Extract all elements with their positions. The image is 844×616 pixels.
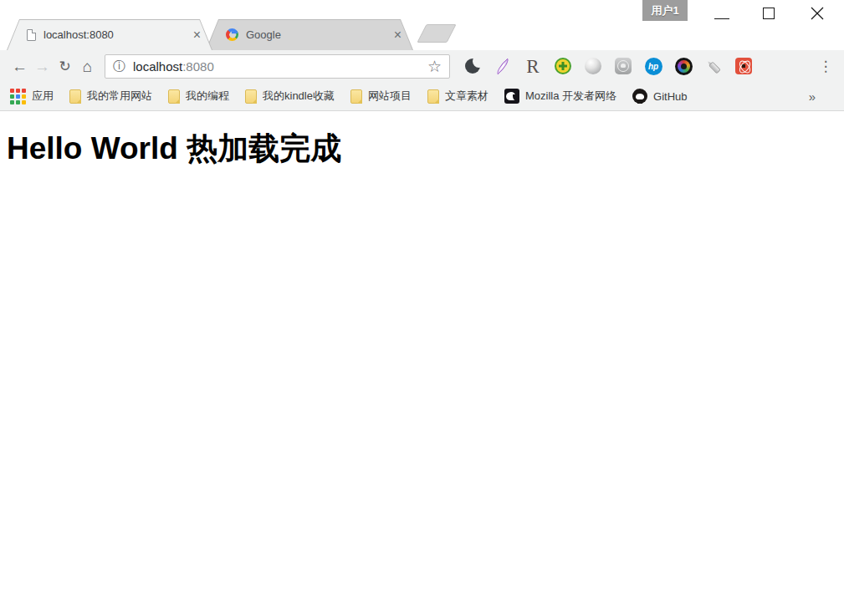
- tab-title: Google: [246, 28, 386, 41]
- silver-sphere-icon: [585, 58, 601, 74]
- green-cross-ring-icon: [555, 58, 571, 74]
- bookmark-label: 我的常用网站: [87, 89, 152, 104]
- titlebar: localhost:8080 × Google × 用户1: [0, 0, 844, 50]
- bookmark-folder-coding[interactable]: 我的编程: [168, 89, 229, 104]
- purple-feather-icon: [494, 58, 511, 74]
- url-host: localhost: [133, 59, 182, 74]
- apps-label: 应用: [32, 89, 54, 104]
- bookmark-github[interactable]: GitHub: [632, 89, 687, 104]
- address-bar[interactable]: ⓘ localhost:8080 ☆: [105, 54, 450, 79]
- hp-logo-icon: hp: [645, 58, 662, 75]
- hp-extension-button[interactable]: hp: [644, 57, 662, 75]
- bookmark-folder-favorites[interactable]: 我的常用网站: [69, 89, 152, 104]
- close-tab-icon[interactable]: ×: [394, 29, 402, 41]
- browser-menu-icon[interactable]: ⋮: [816, 58, 836, 75]
- google-g-icon: [223, 26, 241, 43]
- navigation-toolbar: ← → ↻ ⌂ ⓘ localhost:8080 ☆ R hp: [0, 50, 844, 82]
- green-cross-extension-button[interactable]: [554, 57, 572, 75]
- highlighter-extension-button[interactable]: [704, 57, 723, 75]
- feather-extension-button[interactable]: [494, 57, 512, 75]
- gray-badge-extension-button[interactable]: [614, 57, 632, 75]
- url-text: localhost:8080: [133, 59, 214, 74]
- close-window-button[interactable]: [811, 7, 824, 20]
- apps-shortcut[interactable]: 应用: [10, 89, 54, 104]
- page-content: Hello World 热加载完成: [0, 111, 844, 587]
- new-tab-button[interactable]: [417, 24, 456, 43]
- forward-icon[interactable]: →: [31, 59, 54, 74]
- gray-badge-icon: [615, 58, 632, 74]
- page-info-icon[interactable]: ⓘ: [113, 59, 125, 74]
- dark-moon-icon: [465, 59, 480, 74]
- red-atom-icon: [735, 58, 752, 74]
- highlighter-icon: [706, 59, 721, 74]
- mdn-dino-icon: [504, 89, 519, 104]
- bookmark-label: 文章素材: [445, 89, 488, 104]
- lens-extension-button[interactable]: [674, 57, 693, 75]
- minimize-button[interactable]: [714, 18, 729, 19]
- folder-icon: [245, 89, 257, 104]
- reader-extension-button[interactable]: R: [524, 57, 542, 75]
- close-tab-icon[interactable]: ×: [193, 29, 201, 41]
- tab-localhost[interactable]: localhost:8080 ×: [7, 19, 212, 50]
- reload-icon[interactable]: ↻: [54, 59, 76, 74]
- extensions-area: R hp: [463, 57, 753, 75]
- bookmark-folder-articles[interactable]: 文章素材: [427, 89, 488, 104]
- maximize-button[interactable]: [763, 8, 775, 19]
- folder-icon: [350, 89, 362, 104]
- bookmark-mdn[interactable]: Mozilla 开发者网络: [504, 89, 616, 104]
- bookmark-label: 我的编程: [186, 89, 229, 104]
- apps-grid-icon: [10, 89, 26, 104]
- page-heading: Hello World 热加载完成: [0, 111, 844, 170]
- tab-google[interactable]: Google ×: [206, 19, 413, 50]
- bookmark-folder-projects[interactable]: 网站项目: [350, 89, 412, 104]
- sphere-extension-button[interactable]: [584, 57, 602, 75]
- home-icon[interactable]: ⌂: [76, 59, 99, 74]
- close-icon: [811, 7, 824, 20]
- github-octocat-icon: [632, 89, 647, 104]
- tab-title: localhost:8080: [43, 28, 186, 41]
- bookmark-star-icon[interactable]: ☆: [427, 57, 442, 76]
- bookmark-label: 网站项目: [368, 89, 412, 104]
- document-icon: [27, 29, 36, 41]
- profile-badge[interactable]: 用户1: [642, 0, 688, 21]
- bookmark-label: Mozilla 开发者网络: [525, 89, 616, 104]
- bookmarks-overflow-icon[interactable]: »: [809, 89, 816, 104]
- url-port: :8080: [182, 59, 214, 74]
- bookmark-label: GitHub: [653, 90, 687, 103]
- folder-icon: [168, 89, 180, 104]
- bookmark-folder-kindle[interactable]: 我的kindle收藏: [245, 89, 335, 104]
- bookmark-label: 我的kindle收藏: [263, 89, 335, 104]
- red-atom-extension-button[interactable]: [734, 57, 753, 75]
- bookmarks-bar: 应用 我的常用网站 我的编程 我的kindle收藏 网站项目 文章素材 Mozi…: [0, 82, 844, 111]
- folder-icon: [69, 89, 81, 104]
- back-icon[interactable]: ←: [8, 59, 31, 74]
- dark-moon-extension-button[interactable]: [463, 57, 482, 75]
- serif-r-icon: R: [526, 57, 539, 76]
- camera-lens-icon: [675, 58, 693, 75]
- folder-icon: [427, 89, 439, 104]
